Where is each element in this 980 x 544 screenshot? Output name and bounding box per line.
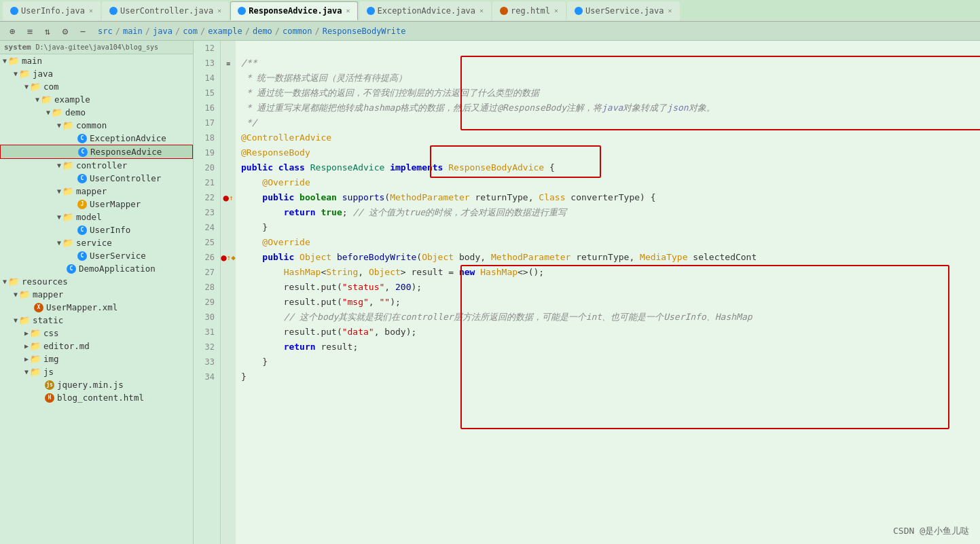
- breadcrumb-main[interactable]: main: [123, 26, 143, 36]
- arrow-img: ▶: [24, 355, 29, 363]
- breadcrumb-com[interactable]: com: [183, 26, 198, 36]
- breadcrumb-class[interactable]: ResponseBodyWrite: [323, 26, 406, 36]
- sidebar-item-usercontroller[interactable]: C UserController: [0, 172, 193, 185]
- tab-userservice-close[interactable]: ✕: [668, 7, 672, 14]
- sidebar-label-js: js: [43, 367, 54, 377]
- arrow-service: ▼: [57, 239, 61, 247]
- sidebar-label-img: img: [43, 354, 59, 364]
- sidebar-item-main[interactable]: ▼ 📁 main: [0, 54, 193, 67]
- settings-icon[interactable]: ⚙: [58, 24, 72, 38]
- tab-reghtml-close[interactable]: ✕: [554, 7, 558, 14]
- sidebar-item-mapper[interactable]: ▼ 📁 mapper: [0, 185, 193, 198]
- sidebar-item-blog-content[interactable]: H blog_content.html: [0, 391, 193, 404]
- file-exceptionadvice-icon: C: [77, 134, 87, 143]
- code-line-25: @Override: [241, 235, 975, 250]
- arrow-common: ▼: [57, 122, 61, 129]
- sidebar-item-mapper2[interactable]: ▼ 📁 mapper: [0, 288, 193, 301]
- code-line-12: [241, 41, 975, 56]
- sidebar-item-example[interactable]: ▼ 📁 example: [0, 93, 193, 106]
- sidebar-item-resources[interactable]: ▼ 📁 resources: [0, 275, 193, 288]
- sidebar-item-java[interactable]: ▼ 📁 java: [0, 67, 193, 80]
- code-line-17: */: [241, 115, 975, 130]
- breadcrumb-java[interactable]: java: [153, 26, 173, 36]
- code-lines[interactable]: /** * 统一数据格式返回（灵活性有待提高） * 通过统一数据格式的返回，不管…: [236, 41, 980, 544]
- add-icon[interactable]: ⊕: [5, 24, 19, 38]
- folder-editor-md-icon: 📁: [30, 341, 41, 351]
- tab-userinfo-label: UserInfo.java: [21, 6, 85, 16]
- tab-reghtml[interactable]: reg.html ✕: [492, 1, 566, 20]
- tab-responseadvice-close[interactable]: ✕: [346, 7, 350, 14]
- sidebar-item-usermapper-xml[interactable]: X UserMapper.xml: [0, 301, 193, 314]
- folder-com-icon: 📁: [30, 81, 41, 92]
- arrow-css: ▶: [24, 329, 29, 337]
- file-responseadvice-icon: C: [78, 147, 88, 157]
- tab-userinfo-icon: [10, 7, 18, 15]
- sidebar-label-resources: resources: [22, 276, 68, 287]
- sidebar-label-editor-md: editor.md: [43, 341, 90, 351]
- sidebar-label-userservice: UserService: [90, 251, 146, 261]
- tab-responseadvice[interactable]: ResponseAdvice.java ✕: [230, 1, 357, 20]
- tab-exceptionadvice-close[interactable]: ✕: [479, 7, 484, 14]
- sidebar-item-model[interactable]: ▼ 📁 model: [0, 211, 193, 223]
- tab-reghtml-label: reg.html: [511, 6, 550, 16]
- sidebar-item-service[interactable]: ▼ 📁 service: [0, 236, 193, 249]
- arrow-js: ▼: [24, 368, 29, 376]
- sidebar-item-exceptionadvice[interactable]: C ExceptionAdvice: [0, 132, 193, 145]
- sidebar-item-editor-md[interactable]: ▶ 📁 editor.md: [0, 340, 193, 352]
- tab-usercontroller-close[interactable]: ✕: [217, 7, 221, 14]
- sidebar-label-main: main: [22, 56, 42, 66]
- code-line-29: result.put("msg", "");: [241, 295, 975, 310]
- code-line-33: }: [241, 355, 975, 369]
- code-line-30: // 这个body其实就是我们在controller层方法所返回的数据，可能是一…: [241, 310, 975, 325]
- arrow-controller: ▼: [57, 162, 61, 169]
- sidebar-system: system D:\java-gitee\java104\blog_sys: [0, 41, 193, 54]
- sidebar-item-userinfo[interactable]: C UserInfo: [0, 223, 193, 236]
- folder-example-icon: 📁: [41, 94, 52, 105]
- tab-userinfo[interactable]: UserInfo.java ✕: [3, 1, 101, 20]
- minus-icon[interactable]: −: [76, 24, 90, 38]
- file-userservice-icon: C: [77, 251, 87, 261]
- sidebar-label-java: java: [33, 69, 53, 79]
- breakpoint-26: ●: [221, 252, 226, 263]
- sort-icon[interactable]: ⇅: [41, 24, 54, 38]
- sidebar-item-com[interactable]: ▼ 📁 com: [0, 80, 193, 93]
- code-editor[interactable]: 12 13 14 15 16 17 18 19 20 21 22 23 24 2…: [194, 41, 980, 544]
- arrow-static: ▼: [14, 316, 18, 324]
- sidebar-item-js[interactable]: ▼ 📁 js: [0, 365, 193, 378]
- sidebar-item-jquery[interactable]: js jquery.min.js: [0, 378, 193, 391]
- code-line-20: public class ResponseAdvice implements R…: [241, 160, 975, 175]
- sidebar-item-responseadvice[interactable]: C ResponseAdvice: [0, 145, 193, 159]
- folder-mapper-icon: 📁: [62, 186, 73, 196]
- sidebar-item-demo[interactable]: ▼ 📁 demo: [0, 106, 193, 119]
- breadcrumb-common[interactable]: common: [283, 26, 312, 36]
- sidebar-item-css[interactable]: ▶ 📁 css: [0, 327, 193, 340]
- sidebar-item-img[interactable]: ▶ 📁 img: [0, 352, 193, 365]
- sidebar-item-demoapplication[interactable]: C DemoApplication: [0, 262, 193, 275]
- folder-static-icon: 📁: [19, 315, 30, 325]
- sidebar-item-common[interactable]: ▼ 📁 common: [0, 119, 193, 132]
- folder-common-icon: 📁: [62, 120, 73, 130]
- code-line-15: * 通过统一数据格式的返回，不管我们控制层的方法返回了什么类型的数据: [241, 86, 975, 101]
- sidebar-item-userservice[interactable]: C UserService: [0, 249, 193, 262]
- tab-reghtml-icon: [500, 7, 508, 15]
- code-line-31: result.put("data", body);: [241, 325, 975, 340]
- arrow-model: ▼: [57, 213, 61, 221]
- breadcrumb-demo[interactable]: demo: [253, 26, 272, 36]
- sidebar-item-usermapper[interactable]: J UserMapper: [0, 198, 193, 211]
- sidebar-item-static[interactable]: ▼ 📁 static: [0, 314, 193, 327]
- tab-userservice[interactable]: UserService.java ✕: [567, 1, 680, 20]
- tab-usercontroller[interactable]: UserController.java ✕: [102, 1, 229, 20]
- breadcrumb-example[interactable]: example: [208, 26, 242, 36]
- sidebar-label-blog-content: blog_content.html: [57, 393, 144, 403]
- sidebar-label-userinfo: UserInfo: [90, 225, 130, 235]
- list-icon[interactable]: ≡: [23, 24, 37, 38]
- tab-exceptionadvice[interactable]: ExceptionAdvice.java ✕: [359, 1, 492, 20]
- code-line-16: * 通过重写末尾都能把他转成hashmap格式的数据，然后又通过@Respons…: [241, 101, 975, 115]
- tab-userinfo-close[interactable]: ✕: [89, 7, 93, 14]
- arrow-resources: ▼: [3, 278, 7, 285]
- code-line-23: return true; // 这个值为true的时候，才会对返回的数据进行重写: [241, 205, 975, 220]
- breadcrumb-src[interactable]: src: [98, 26, 113, 36]
- sidebar-system-path: D:\java-gitee\java104\blog_sys: [35, 43, 158, 51]
- sidebar-label-com: com: [43, 81, 59, 92]
- sidebar-item-controller[interactable]: ▼ 📁 controller: [0, 159, 193, 172]
